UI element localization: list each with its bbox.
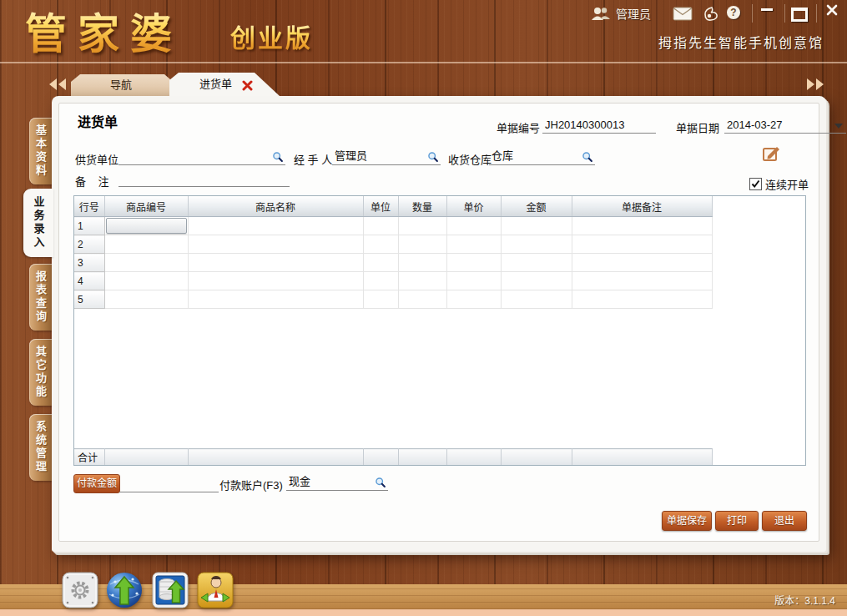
doc-no-field[interactable]: JH20140300013	[542, 117, 656, 134]
grid-cell[interactable]	[398, 217, 446, 235]
supplier-field[interactable]	[118, 149, 285, 165]
print-button[interactable]: 打印	[715, 511, 759, 531]
settings-icon[interactable]	[62, 571, 98, 613]
grid-row: 5	[74, 290, 712, 309]
col-header-doc-remark: 单据备注	[572, 196, 712, 217]
grid-cell[interactable]	[446, 254, 501, 272]
purchase-order-panel: 进货单 单据编号 JH20140300013 单据日期 2014-03-27 供…	[52, 96, 826, 552]
grid-cell[interactable]	[188, 254, 363, 272]
user-switch-icon[interactable]	[197, 571, 234, 613]
payment-amount-button[interactable]: 付款金额	[73, 474, 120, 493]
network-upload-icon[interactable]	[105, 571, 144, 613]
sidebar-tab-other-functions[interactable]: 其它功能	[29, 339, 52, 406]
grid-cell[interactable]	[363, 290, 398, 309]
grid-cell[interactable]	[501, 217, 572, 235]
tab-purchase-order[interactable]: 进货单	[169, 73, 280, 96]
continuous-billing-checkbox[interactable]	[749, 178, 762, 190]
grid-row: 3	[74, 254, 712, 272]
grid-header-row: 行号 商品编号 商品名称 单位 数量 单价 金额 单据备注	[74, 196, 712, 217]
grid-cell[interactable]	[501, 235, 572, 254]
help-icon[interactable]: ?	[727, 6, 740, 19]
warehouse-field[interactable]: 仓库	[489, 149, 595, 165]
doc-date-value: 2014-03-27	[727, 119, 783, 131]
grid-cell[interactable]	[363, 217, 398, 235]
grid-cell[interactable]	[446, 217, 501, 235]
grid-cell[interactable]	[446, 290, 501, 309]
grid-cell[interactable]	[446, 235, 501, 254]
search-icon[interactable]	[272, 151, 284, 163]
date-dropdown-icon[interactable]	[834, 124, 843, 129]
sidebar-tab-basic-data[interactable]: 基本资料	[29, 118, 52, 184]
sidebar-tab-label: 报表查询	[33, 270, 48, 324]
maximize-icon[interactable]	[791, 8, 808, 22]
grid-cell[interactable]	[363, 272, 398, 290]
tab-close-icon[interactable]	[242, 80, 253, 91]
close-icon[interactable]	[826, 4, 838, 19]
tab-scroll-right-icon[interactable]	[805, 78, 824, 93]
mail-icon[interactable]	[673, 7, 693, 24]
edit-note-icon[interactable]	[762, 144, 781, 167]
grid-cell[interactable]	[363, 254, 398, 272]
col-header-unit: 单位	[363, 196, 398, 217]
sidebar-tab-label: 系统管理	[33, 421, 48, 474]
grid-cell[interactable]	[363, 235, 398, 254]
search-icon[interactable]	[375, 477, 386, 488]
grid-cell[interactable]	[398, 272, 446, 290]
grid-cell[interactable]	[572, 254, 712, 272]
company-name: 拇指先生智能手机创意馆	[658, 32, 824, 52]
handler-field[interactable]: 管理员	[332, 149, 441, 165]
grid-cell[interactable]	[398, 290, 446, 309]
check-icon	[751, 179, 760, 189]
row-number[interactable]: 2	[74, 235, 104, 254]
grid-cell[interactable]	[398, 254, 446, 272]
grid-total-row: 合计	[74, 448, 713, 465]
sidebar-tab-business-entry[interactable]: 业务录入	[23, 189, 53, 257]
save-document-button[interactable]: 单据保存	[662, 511, 712, 531]
row-number[interactable]: 1	[74, 217, 104, 235]
grid-cell[interactable]	[104, 272, 188, 290]
grid-cell[interactable]	[104, 217, 188, 235]
doc-date-field[interactable]: 2014-03-27	[724, 117, 846, 134]
grid-cell[interactable]	[572, 290, 712, 309]
payment-amount-field[interactable]	[119, 477, 219, 492]
focused-cell[interactable]	[106, 218, 187, 234]
grid-cell[interactable]	[572, 235, 712, 254]
grid-cell[interactable]	[446, 272, 501, 290]
search-icon[interactable]	[582, 151, 593, 163]
remark-field[interactable]	[118, 170, 290, 187]
app-window: 管家婆 创业版 管理员 ? 拇指先生智能手机创意馆 导航 进货单	[0, 0, 847, 616]
row-number[interactable]: 5	[74, 290, 104, 309]
grid-cell[interactable]	[188, 290, 363, 309]
app-logo-edition: 创业版	[230, 18, 313, 54]
page-title: 进货单	[78, 111, 118, 131]
sidebar-tab-system-management[interactable]: 系统管理	[29, 414, 52, 481]
grid-cell[interactable]	[188, 235, 363, 254]
database-backup-icon[interactable]	[152, 571, 189, 613]
grid-cell[interactable]	[398, 235, 446, 254]
col-header-product-code: 商品编号	[104, 196, 188, 217]
grid-cell[interactable]	[501, 254, 572, 272]
row-number[interactable]: 3	[74, 254, 104, 272]
minimize-icon[interactable]	[761, 0, 773, 11]
grid-cell[interactable]	[501, 290, 572, 309]
search-icon[interactable]	[427, 151, 439, 163]
separator	[816, 4, 817, 23]
sidebar-tab-report-query[interactable]: 报表查询	[29, 264, 52, 331]
separator	[752, 4, 753, 23]
grid-cell[interactable]	[572, 217, 712, 235]
weibo-icon[interactable]	[703, 6, 719, 24]
col-header-quantity: 数量	[398, 196, 446, 217]
grid-cell[interactable]	[188, 272, 363, 290]
tab-scroll-left-icon[interactable]	[49, 78, 68, 93]
grid-cell[interactable]	[501, 272, 572, 290]
row-number[interactable]: 4	[74, 272, 104, 290]
user-menu[interactable]: 管理员	[591, 5, 651, 22]
payment-account-field[interactable]: 现金	[286, 474, 388, 491]
grid-cell[interactable]	[104, 235, 188, 254]
grid-cell[interactable]	[188, 217, 363, 235]
grid-cell[interactable]	[572, 272, 712, 290]
exit-button[interactable]: 退出	[762, 511, 807, 531]
grid-cell[interactable]	[104, 254, 188, 272]
items-table: 行号 商品编号 商品名称 单位 数量 单价 金额 单据备注 1	[74, 196, 713, 309]
grid-cell[interactable]	[104, 290, 188, 309]
